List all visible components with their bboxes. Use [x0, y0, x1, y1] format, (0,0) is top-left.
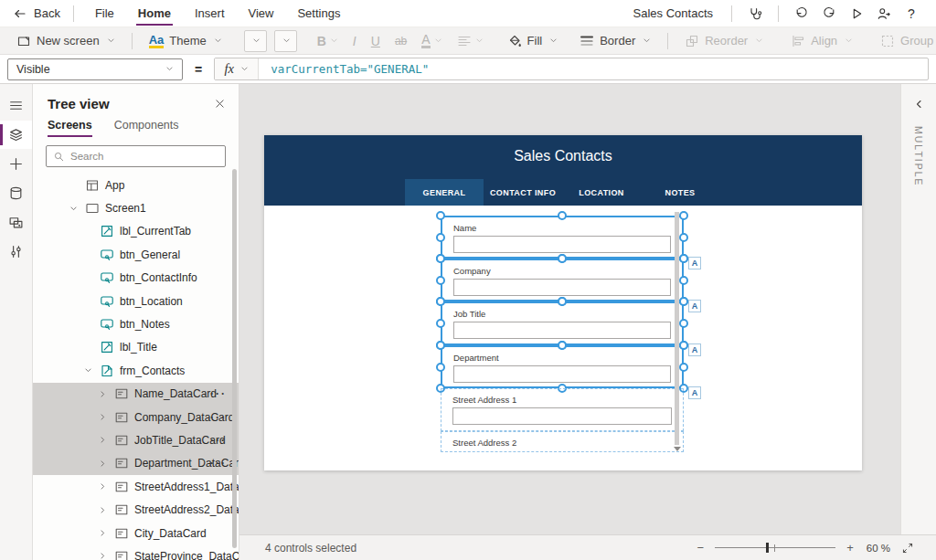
theme-button[interactable]: Aa Theme	[142, 27, 229, 55]
text-input[interactable]	[453, 365, 671, 383]
text-control-badge[interactable]: A	[688, 257, 701, 269]
menu-file[interactable]: File	[83, 0, 126, 27]
scroll-down-arrow-icon[interactable]	[674, 447, 681, 451]
fill-button[interactable]: Fill	[500, 27, 566, 55]
tree-item-btn_General[interactable]: btn_General	[33, 243, 239, 266]
text-control-badge[interactable]: A	[688, 300, 701, 312]
tree-item-JobTitle_DataCard[interactable]: JobTitle_DataCard···	[33, 428, 239, 451]
datacard-job-title[interactable]: Job Title	[441, 301, 684, 345]
italic-button[interactable]: I	[346, 27, 364, 55]
expand-properties-button[interactable]	[913, 99, 924, 110]
rail-data-button[interactable]	[0, 179, 32, 207]
rail-menu-button[interactable]	[0, 91, 32, 120]
text-input[interactable]	[453, 236, 671, 253]
selection-handle[interactable]	[436, 319, 445, 328]
new-screen-button[interactable]: New screen	[9, 27, 122, 55]
datacard-department[interactable]: Department	[441, 345, 684, 388]
zoom-slider[interactable]	[715, 547, 835, 548]
tree-scrollbar[interactable]	[232, 169, 237, 548]
tree-tab-screens[interactable]: Screens	[48, 119, 92, 137]
help-button[interactable]: ?	[898, 2, 925, 26]
chevron-right-icon[interactable]	[99, 390, 113, 398]
selection-handle[interactable]	[679, 363, 688, 372]
fit-to-window-button[interactable]	[901, 542, 914, 555]
zoom-out-button[interactable]: −	[697, 541, 705, 555]
tree-item-lbl_Title[interactable]: lbl_Title	[33, 336, 239, 359]
selection-handle[interactable]	[558, 341, 567, 350]
selection-handle[interactable]	[436, 233, 445, 242]
redo-button[interactable]	[815, 2, 843, 26]
text-control-badge[interactable]: A	[688, 343, 701, 356]
text-input[interactable]	[453, 279, 671, 296]
selection-handle[interactable]	[679, 211, 688, 220]
datacard-company[interactable]: Company	[441, 259, 684, 301]
datacard-street-address-2[interactable]: Street Address 2	[441, 431, 684, 452]
formula-input[interactable]: fx varCurrentTab="GENERAL"	[214, 58, 929, 80]
item-options-button[interactable]: ···	[210, 434, 227, 447]
chevron-right-icon[interactable]	[99, 482, 113, 491]
text-control-badge[interactable]: A	[688, 386, 701, 399]
selection-handle[interactable]	[679, 276, 688, 285]
close-icon[interactable]	[214, 98, 226, 110]
border-button[interactable]: Border	[572, 27, 658, 55]
back-button[interactable]: Back	[13, 6, 60, 21]
item-options-button[interactable]: ···	[210, 387, 227, 400]
selection-handle[interactable]	[679, 341, 688, 350]
tree-item-Screen1[interactable]: Screen1	[33, 196, 239, 219]
menu-home[interactable]: Home	[126, 0, 183, 27]
chevron-right-icon[interactable]	[99, 529, 113, 537]
bold-button[interactable]: B	[310, 27, 346, 55]
reorder-button[interactable]: Reorder	[677, 27, 771, 55]
datacard-street-address-1[interactable]: Street Address 1	[441, 388, 684, 431]
zoom-slider-thumb[interactable]	[766, 543, 769, 553]
tree-item-btn_ContactInfo[interactable]: btn_ContactInfo	[33, 267, 239, 290]
selection-handle[interactable]	[679, 254, 688, 263]
selection-handle[interactable]	[679, 297, 688, 306]
chevron-down-icon[interactable]	[84, 366, 99, 375]
selection-handle[interactable]	[558, 254, 567, 263]
selection-handle[interactable]	[679, 233, 688, 242]
text-input[interactable]	[453, 322, 671, 339]
tree-item-Company_DataCard[interactable]: Company_DataCard···	[33, 406, 239, 428]
strikethrough-button[interactable]: ab	[388, 27, 414, 55]
chevron-right-icon[interactable]	[99, 460, 113, 468]
tree-item-StreetAddress2_DataCard[interactable]: StreetAddress2_DataCard	[33, 498, 239, 521]
share-user-button[interactable]	[870, 2, 898, 26]
rail-advanced-tools-button[interactable]	[0, 238, 32, 266]
tree-item-btn_Location[interactable]: btn_Location	[33, 290, 239, 312]
font-size-dropdown[interactable]	[274, 30, 297, 52]
rail-tree-view-button[interactable]	[0, 121, 32, 149]
app-checker-button[interactable]	[741, 2, 769, 26]
app-screen[interactable]: Sales Contacts GENERALCONTACT INFOLOCATI…	[264, 135, 862, 470]
font-color-button[interactable]: A	[414, 27, 449, 55]
selection-handle[interactable]	[436, 341, 445, 350]
underline-button[interactable]: U	[364, 27, 388, 55]
selection-handle[interactable]	[436, 254, 445, 263]
rail-media-button[interactable]	[0, 208, 32, 237]
chevron-right-icon[interactable]	[99, 552, 113, 560]
tree-item-Department_DataCard[interactable]: Department_DataCard···	[33, 452, 239, 475]
fx-button[interactable]: fx	[215, 58, 259, 79]
group-button[interactable]: Group	[873, 27, 936, 55]
tree-item-Name_DataCard[interactable]: Name_DataCard···	[33, 383, 239, 406]
chevron-right-icon[interactable]	[99, 413, 113, 421]
tree-item-App[interactable]: App	[33, 174, 239, 196]
chevron-right-icon[interactable]	[99, 436, 113, 444]
font-family-dropdown[interactable]	[244, 30, 267, 52]
menu-settings[interactable]: Settings	[285, 0, 352, 27]
form-scrollbar[interactable]	[675, 212, 679, 445]
selection-handle[interactable]	[436, 363, 445, 372]
search-input[interactable]: Search	[46, 145, 226, 167]
chevron-down-icon[interactable]	[69, 205, 84, 213]
selection-handle[interactable]	[558, 211, 567, 220]
item-options-button[interactable]: ···	[210, 411, 227, 424]
tree-item-City_DataCard[interactable]: City_DataCard	[33, 522, 239, 544]
zoom-in-button[interactable]: +	[846, 541, 854, 555]
align-button[interactable]: Align	[783, 27, 860, 55]
tree-item-StreetAddress1_DataCard[interactable]: StreetAddress1_DataCard	[33, 475, 239, 498]
selection-handle[interactable]	[436, 297, 445, 306]
undo-button[interactable]	[788, 2, 815, 26]
selection-handle[interactable]	[436, 276, 445, 285]
selection-handle[interactable]	[558, 297, 567, 306]
tree-item-StateProvince_DataCard[interactable]: StateProvince_DataCard	[33, 544, 239, 560]
